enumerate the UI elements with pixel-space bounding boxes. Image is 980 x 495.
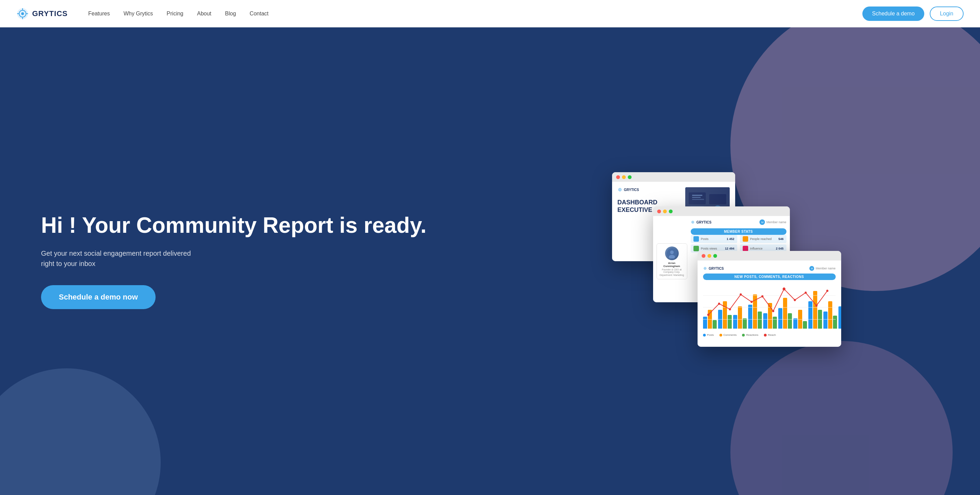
bar-10-blue: [838, 307, 841, 329]
win3-dot-green: [713, 254, 717, 258]
win3-member-name-text: Member name: [816, 267, 835, 270]
bar-1-blue: [703, 317, 707, 329]
logo-text: GRYTICS: [32, 9, 68, 18]
svg-point-2: [21, 12, 24, 15]
nav-about[interactable]: About: [197, 11, 211, 17]
win3-logo: GRYTICS: [703, 266, 724, 270]
win3-chart-area: [703, 283, 836, 331]
bar-4-orange: [753, 294, 757, 329]
nav-actions: Schedule a demo Login: [862, 6, 964, 21]
legend-label-posts: Posts: [707, 334, 714, 337]
bar-group-6: [778, 298, 792, 329]
schedule-demo-button[interactable]: Schedule a demo: [862, 6, 924, 21]
svg-point-23: [705, 268, 705, 269]
win1-dot-yellow: [622, 175, 626, 179]
win3-header-bar: GRYTICS M Member name: [703, 266, 836, 271]
win2-views-value: 12 494: [725, 247, 735, 250]
win1-logo-text: GRYTICS: [624, 188, 639, 192]
logo-link[interactable]: GRYTICS: [16, 8, 68, 20]
win2-influence-icon: [743, 246, 748, 251]
win2-views-icon: [694, 246, 699, 251]
bar-9-orange: [828, 301, 832, 329]
hero-right: GRYTICS DASHBOARD EXECUTIVE REPORT: [490, 27, 980, 495]
svg-rect-10: [689, 192, 706, 204]
bar-group-9: [823, 301, 837, 329]
win2-posts-label: Posts: [701, 237, 725, 241]
win3-content: GRYTICS M Member name NEW POSTS, COMMENT…: [698, 260, 841, 347]
win2-member-card-dept: Department: Marketing: [660, 274, 684, 276]
legend-item-comments: Comments: [719, 334, 737, 337]
new-posts-window: GRYTICS M Member name NEW POSTS, COMMENT…: [698, 251, 841, 347]
bar-group-8: [808, 291, 822, 329]
hero-cta-button[interactable]: Schedule a demo now: [41, 285, 156, 309]
bar-7-blue: [793, 318, 797, 329]
win2-stats-badge: MEMBER STATS: [691, 228, 786, 235]
win2-posts-stat: Posts 1 452: [691, 235, 737, 243]
login-button[interactable]: Login: [930, 6, 964, 21]
bar-group-4: [748, 294, 762, 329]
win1-titlebar: [612, 172, 735, 182]
bar-group-5: [763, 303, 777, 329]
bar-5-green: [773, 317, 777, 329]
win1-dot-red: [616, 175, 620, 179]
win2-posts-icon: [694, 236, 699, 242]
bar-5-blue: [763, 313, 767, 329]
bar-7-orange: [798, 310, 802, 329]
svg-point-8: [619, 189, 620, 190]
bar-8-green: [818, 310, 822, 329]
nav-blog[interactable]: Blog: [225, 11, 236, 17]
win3-titlebar: [698, 251, 841, 260]
bar-6-green: [788, 313, 792, 329]
win3-chart-badge: NEW POSTS, COMMENTS, REACTIONS: [703, 273, 836, 280]
bar-1-green: [713, 320, 717, 329]
svg-point-36: [805, 292, 807, 294]
bar-2-orange: [723, 301, 727, 329]
svg-point-20: [670, 251, 674, 254]
nav-pricing[interactable]: Pricing: [167, 11, 183, 17]
win2-people-reached-stat: People reached 546: [740, 235, 786, 243]
win2-dot-green: [669, 209, 673, 213]
bar-8-orange: [813, 291, 817, 329]
bar-3-green: [743, 318, 747, 329]
legend-item-posts: Posts: [703, 334, 714, 337]
nav-contact[interactable]: Contact: [250, 11, 269, 17]
legend-item-reach: Reach: [764, 334, 776, 337]
legend-label-reach: Reach: [768, 334, 776, 337]
svg-point-38: [826, 290, 828, 292]
win2-people-value: 546: [778, 237, 783, 241]
bar-group-2: [718, 301, 732, 329]
svg-rect-15: [692, 197, 701, 198]
win2-member-card: Arran Cunningham Founder & CEO at Compan…: [657, 243, 687, 279]
win2-influence-value: 2 045: [776, 247, 784, 250]
win2-posts-value: 1 452: [727, 237, 735, 241]
bar-4-blue: [748, 305, 752, 329]
legend-dot-posts: [703, 334, 706, 337]
win2-member-card-name: Arran Cunningham: [660, 262, 684, 268]
win2-dot-yellow: [663, 209, 667, 213]
win2-member-name-label: M Member name: [759, 219, 786, 225]
bar-group-7: [793, 310, 807, 329]
svg-rect-14: [692, 195, 702, 196]
bar-2-green: [728, 315, 732, 329]
bar-group-3: [733, 307, 747, 329]
hero-section: Hi ! Your Community Report is ready. Get…: [0, 27, 980, 495]
nav-features[interactable]: Features: [88, 11, 110, 17]
win2-member-avatar-icon: [667, 248, 677, 259]
svg-point-30: [740, 293, 742, 295]
win2-logo: GRYTICS: [691, 220, 711, 224]
bar-6-orange: [783, 298, 787, 329]
svg-point-34: [782, 287, 785, 291]
win2-avatar: M: [759, 219, 765, 225]
win3-dot-red: [702, 254, 705, 258]
legend-dot-comments: [719, 334, 722, 337]
win3-member-name: M Member name: [809, 266, 835, 271]
win2-member-card-role: Founder & CEO at Company Corp.: [660, 268, 684, 273]
win2-member-avatar: [665, 246, 679, 260]
bar-7-green: [803, 321, 807, 329]
bar-1-orange: [708, 310, 712, 329]
nav-why-grytics[interactable]: Why Grytics: [123, 11, 153, 17]
win2-views-label: Posts views: [701, 247, 723, 250]
nav-links: Features Why Grytics Pricing About Blog …: [88, 11, 862, 17]
win2-influence-label: Influence: [750, 247, 774, 250]
legend-label-comments: Comments: [724, 334, 737, 337]
